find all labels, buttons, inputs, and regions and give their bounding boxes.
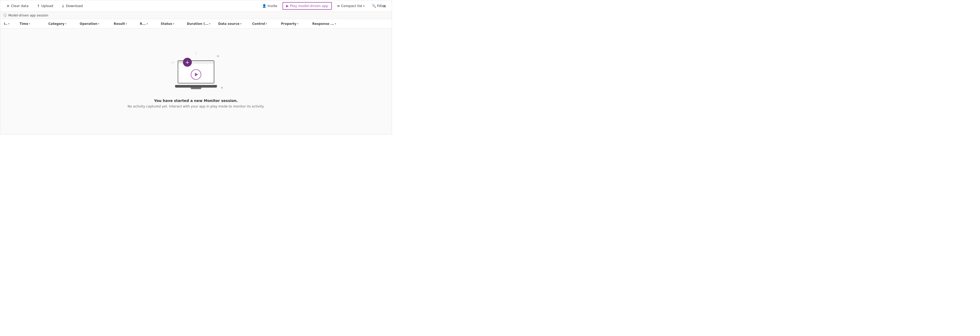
deco-line-top: [196, 52, 196, 55]
app-container: ✕ Clear data ↑ Upload ↓ Download 👤 Invit…: [0, 0, 392, 134]
laptop-stand: [191, 88, 201, 89]
col-operation-label: Operation: [80, 22, 97, 25]
download-icon: ↓: [61, 4, 65, 8]
col-category-chevron-icon: ▾: [65, 22, 66, 25]
toolbar-left: ✕ Clear data ↑ Upload ↓ Download: [5, 3, 258, 9]
col-time-chevron-icon: ▾: [29, 22, 30, 25]
play-icon: ▶: [286, 4, 289, 8]
empty-state-title: You have started a new Monitor session.: [127, 99, 264, 103]
col-property-label: Property: [281, 22, 296, 25]
session-bar: ⓘ Model-driven app session: [0, 12, 392, 19]
col-category-label: Category: [48, 22, 64, 25]
upload-icon: ↑: [37, 4, 40, 8]
deco-plus-top-right: +: [216, 54, 220, 58]
plus-circle-icon: +: [183, 58, 192, 67]
toolbar-right: 👤 Invite ▶ Play model-driven app ≡ Compa…: [260, 2, 388, 10]
clear-data-button[interactable]: ✕ Clear data: [5, 3, 30, 9]
col-id-label: I..: [4, 22, 8, 25]
compact-list-label: Compact list: [341, 4, 362, 8]
col-header-property[interactable]: Property ▾: [279, 21, 311, 27]
toolbar: ✕ Clear data ↑ Upload ↓ Download 👤 Invit…: [0, 0, 392, 12]
session-bar-label: Model-driven app session: [8, 14, 48, 17]
close-icon: ✕: [383, 4, 387, 9]
col-header-category[interactable]: Category ▾: [47, 21, 78, 27]
play-triangle-icon: [195, 73, 198, 76]
invite-label: Invite: [267, 4, 277, 8]
col-header-id[interactable]: I.. ▾: [2, 21, 18, 27]
col-property-chevron-icon: ▾: [297, 22, 298, 25]
play-model-driven-label: Play model-driven app: [290, 4, 328, 8]
col-operation-chevron-icon: ▾: [98, 22, 100, 25]
compact-list-chevron-icon: ▾: [363, 5, 364, 7]
screen-dot-2: [181, 61, 182, 62]
laptop-base: [175, 85, 217, 88]
play-button-circle: [191, 69, 201, 80]
screen-inner: [178, 64, 214, 83]
col-control-label: Control: [252, 22, 265, 25]
col-header-result[interactable]: Result ▾: [112, 21, 138, 27]
col-datasource-label: Data source: [218, 22, 239, 25]
col-response-label: Response ...: [312, 22, 334, 25]
col-status-chevron-icon: ▾: [173, 22, 174, 25]
col-result-chevron-icon: ▾: [126, 22, 127, 25]
col-header-status[interactable]: Status ▾: [159, 21, 185, 27]
col-header-time[interactable]: Time ▾: [18, 21, 47, 27]
download-button[interactable]: ↓ Download: [59, 3, 85, 9]
monitor-illustration: +: [170, 55, 222, 94]
deco-plus-bottom-right: +: [220, 86, 223, 90]
col-header-r[interactable]: R... ▾: [138, 21, 159, 27]
empty-state-container: +: [0, 29, 392, 134]
col-header-response[interactable]: Response ... ▾: [311, 21, 350, 27]
col-header-datasource[interactable]: Data source ▾: [216, 21, 251, 27]
compact-list-button[interactable]: ≡ Compact list ▾: [335, 3, 367, 9]
col-control-chevron-icon: ▾: [266, 22, 267, 25]
col-r-label: R...: [140, 22, 146, 25]
clear-icon: ✕: [6, 4, 10, 8]
download-label: Download: [66, 4, 83, 8]
col-datasource-chevron-icon: ▾: [240, 22, 242, 25]
col-response-chevron-icon: ▾: [335, 22, 336, 25]
col-header-control[interactable]: Control ▾: [251, 21, 279, 27]
invite-icon: 👤: [262, 4, 266, 8]
compact-list-icon: ≡: [337, 4, 340, 8]
info-icon: ⓘ: [3, 13, 7, 18]
col-header-operation[interactable]: Operation ▾: [78, 21, 112, 27]
col-result-label: Result: [114, 22, 125, 25]
col-time-label: Time: [20, 22, 28, 25]
close-button[interactable]: ✕: [382, 3, 388, 10]
clear-data-label: Clear data: [11, 4, 29, 8]
upload-label: Upload: [41, 4, 53, 8]
invite-button[interactable]: 👤 Invite: [260, 3, 279, 9]
col-duration-chevron-icon: ▾: [209, 22, 211, 25]
screen-dot-1: [180, 61, 181, 62]
col-header-duration[interactable]: Duration (... ▾: [185, 21, 216, 27]
col-duration-label: Duration (...: [187, 22, 208, 25]
empty-state-message: You have started a new Monitor session. …: [127, 99, 264, 108]
col-r-chevron-icon: ▾: [146, 22, 148, 25]
deco-line-left: [172, 62, 174, 64]
filter-icon: 🔍: [372, 4, 376, 8]
empty-state-subtitle: No activity captured yet. Interact with …: [127, 104, 264, 108]
laptop-body: +: [175, 61, 217, 89]
column-headers: I.. ▾ Time ▾ Category ▾ Operation ▾ Resu…: [0, 19, 392, 29]
play-model-driven-button[interactable]: ▶ Play model-driven app: [283, 2, 332, 10]
col-status-label: Status: [161, 22, 172, 25]
upload-button[interactable]: ↑ Upload: [35, 3, 55, 9]
col-id-chevron-icon: ▾: [8, 22, 10, 25]
